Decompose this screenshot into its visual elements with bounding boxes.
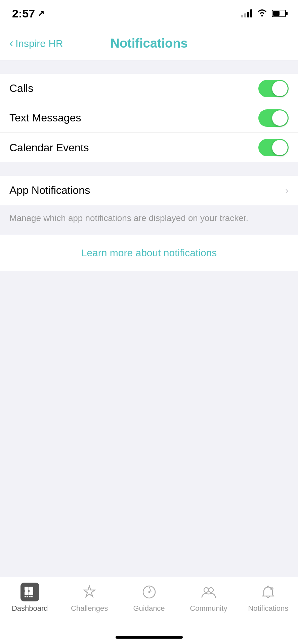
svg-point-15	[270, 587, 273, 590]
svg-rect-6	[29, 596, 31, 597]
text-messages-toggle[interactable]	[258, 109, 289, 127]
svg-rect-3	[29, 591, 33, 595]
learn-more-section: Learn more about notifications	[0, 235, 298, 271]
app-notifications-section: App Notifications › Manage which app not…	[0, 176, 298, 235]
home-bar	[116, 636, 183, 639]
status-icons	[241, 8, 286, 19]
svg-rect-7	[31, 596, 33, 597]
guidance-icon	[140, 583, 159, 601]
battery-icon	[272, 10, 286, 17]
calls-toggle[interactable]	[258, 80, 289, 97]
svg-point-12	[148, 591, 150, 593]
notifications-icon	[259, 583, 278, 601]
tab-dashboard-label: Dashboard	[12, 604, 48, 613]
nav-header: ‹ Inspire HR Notifications	[0, 27, 298, 60]
section-spacer-top	[0, 60, 298, 74]
dashboard-icon	[20, 583, 39, 601]
dashboard-icon-wrapper	[20, 583, 39, 601]
text-messages-label: Text Messages	[9, 112, 81, 124]
back-chevron-icon: ‹	[9, 36, 13, 50]
back-label: Inspire HR	[15, 38, 63, 49]
wifi-icon	[257, 8, 267, 19]
text-messages-toggle-knob	[272, 110, 288, 126]
tab-dashboard[interactable]: Dashboard	[0, 583, 59, 613]
calls-toggle-knob	[272, 81, 288, 96]
svg-marker-8	[84, 586, 95, 597]
app-notifications-description: Manage which app notifications are displ…	[0, 205, 298, 235]
app-notifications-desc-text: Manage which app notifications are displ…	[9, 213, 248, 223]
svg-rect-5	[27, 596, 28, 597]
status-bar: 2:57 ↗	[0, 0, 298, 27]
challenges-icon	[80, 583, 99, 601]
calendar-events-row: Calendar Events	[0, 133, 298, 162]
svg-rect-0	[25, 587, 29, 591]
tab-notifications-label: Notifications	[248, 604, 288, 613]
tab-challenges-label: Challenges	[71, 604, 108, 613]
tab-notifications[interactable]: Notifications	[239, 583, 298, 613]
tab-community[interactable]: Community	[179, 583, 238, 613]
back-button[interactable]: ‹ Inspire HR	[9, 37, 63, 50]
calls-row: Calls	[0, 74, 298, 103]
calls-label: Calls	[9, 82, 33, 95]
tab-guidance[interactable]: Guidance	[119, 583, 179, 613]
signal-bars	[241, 9, 252, 17]
tab-bar: Dashboard Challenges Guidance	[0, 577, 298, 631]
community-icon	[199, 583, 218, 601]
time-display: 2:57	[12, 7, 35, 20]
status-time: 2:57 ↗	[12, 7, 44, 20]
svg-rect-4	[25, 596, 26, 597]
tab-community-label: Community	[190, 604, 227, 613]
text-messages-row: Text Messages	[0, 103, 298, 133]
tab-challenges[interactable]: Challenges	[59, 583, 119, 613]
calendar-events-toggle-knob	[272, 140, 288, 155]
page-title: Notifications	[110, 36, 187, 51]
home-indicator	[0, 631, 298, 644]
app-notifications-label: App Notifications	[9, 184, 90, 197]
location-icon: ↗	[38, 9, 44, 18]
learn-more-link[interactable]: Learn more about notifications	[0, 235, 298, 271]
calendar-events-label: Calendar Events	[9, 142, 89, 154]
tab-guidance-label: Guidance	[133, 604, 165, 613]
svg-rect-1	[29, 587, 33, 591]
svg-point-13	[204, 588, 209, 592]
svg-point-14	[209, 588, 213, 592]
svg-line-10	[149, 587, 151, 592]
app-notifications-row[interactable]: App Notifications ›	[0, 176, 298, 205]
svg-rect-2	[25, 591, 29, 595]
app-notifications-chevron-icon: ›	[285, 185, 289, 196]
empty-space	[0, 271, 298, 577]
toggles-section: Calls Text Messages Calendar Events	[0, 74, 298, 162]
calendar-events-toggle[interactable]	[258, 139, 289, 156]
